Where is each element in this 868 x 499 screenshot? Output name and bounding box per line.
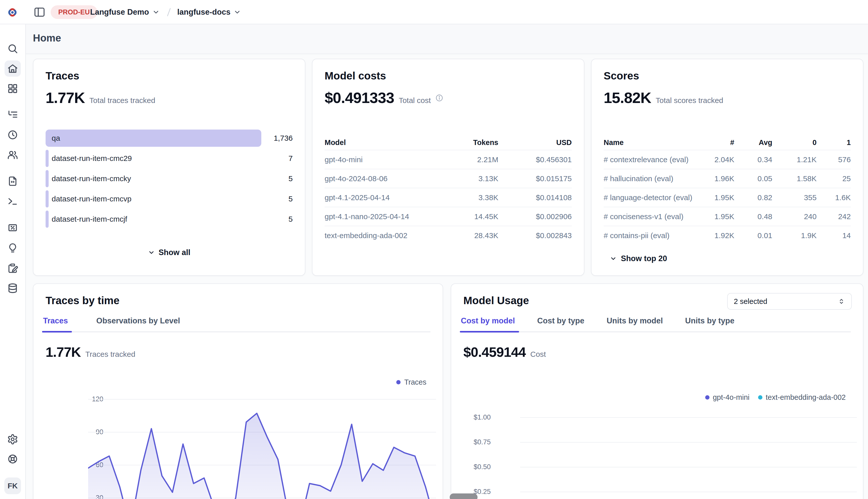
trace-list-item[interactable]: qa1,736 <box>46 130 293 147</box>
sidebar-item-home[interactable] <box>4 60 21 77</box>
table-cell: 1.95K <box>694 193 734 202</box>
trace-list-item[interactable]: dataset-run-item-cmcky5 <box>46 170 293 187</box>
model-costs-card: Model costs $0.491333 Total cost Model T… <box>312 59 584 276</box>
table-cell: 355 <box>772 193 817 202</box>
sidebar-toggle-icon[interactable] <box>33 6 46 18</box>
table-cell: 0.82 <box>734 193 772 202</box>
table-cell: # language-detector (eval) <box>604 193 694 202</box>
table-cell: # conciseness-v1 (eval) <box>604 212 694 221</box>
table-row: # language-detector (eval)1.95K0.823551.… <box>604 188 851 207</box>
langfuse-home-page: PROD-EU Langfuse Demo langfuse-docs <box>0 0 868 499</box>
table-cell: 25 <box>817 174 851 183</box>
user-avatar[interactable]: FK <box>4 477 21 494</box>
traces-by-time-tabs: Traces Observations by Level <box>43 316 430 332</box>
table-row: # hallucination (eval)1.96K0.051.58K25 <box>604 169 851 188</box>
table-cell: 1.21K <box>772 155 817 164</box>
legend-dot <box>705 395 710 400</box>
trace-name: dataset-run-item-cmcjf <box>52 215 127 223</box>
gridline <box>520 417 857 418</box>
model-usage-title: Model Usage <box>463 294 529 307</box>
list-tree-icon <box>7 109 18 120</box>
table-row: text-embedding-ada-00228.43K$0.002843 <box>325 226 572 245</box>
chevron-up-down-icon <box>837 297 845 306</box>
traces-card-title: Traces <box>46 70 79 82</box>
table-cell: gpt-4o-2024-08-06 <box>325 174 435 183</box>
sidebar-item-annotation[interactable] <box>4 260 21 276</box>
gridline <box>520 467 857 467</box>
trace-count-bar <box>46 130 261 147</box>
project-switcher[interactable]: langfuse-docs <box>177 0 241 24</box>
trace-list-item[interactable]: dataset-run-item-cmc297 <box>46 150 293 167</box>
horizontal-scrollbar-thumb[interactable] <box>450 494 477 499</box>
y-tick: $1.00 <box>474 413 491 421</box>
model-usage-tabs: Cost by model Cost by type Units by mode… <box>460 316 851 332</box>
table-row: # contains-pii (eval)1.92K0.011.9K14 <box>604 226 851 245</box>
trace-list-item[interactable]: dataset-run-item-cmcjf5 <box>46 210 293 228</box>
table-cell: gpt-4.1-2025-04-14 <box>325 193 435 202</box>
sidebar-nav: FK <box>0 24 26 499</box>
table-cell: 1.6K <box>817 193 851 202</box>
chevron-down-icon <box>148 249 155 256</box>
traces-by-time-card: Traces by time Traces Observations by Le… <box>33 283 443 499</box>
gridline <box>520 442 857 442</box>
sidebar-item-search[interactable] <box>4 40 21 57</box>
traces-chart-legend[interactable]: Traces <box>396 378 426 386</box>
traces-metric-value: 1.77K <box>46 89 85 107</box>
sidebar-item-datasets[interactable] <box>4 280 21 296</box>
database-icon <box>7 283 18 294</box>
tab-cost-by-type[interactable]: Cost by type <box>537 316 585 331</box>
legend-dot <box>758 395 762 400</box>
lightbulb-icon <box>7 242 18 254</box>
table-cell: $0.014108 <box>498 193 572 202</box>
traces-bar-list: qa1,736dataset-run-item-cmc297dataset-ru… <box>46 130 293 228</box>
sidebar-item-sessions[interactable] <box>4 127 21 143</box>
scores-label: Total scores tracked <box>656 96 723 105</box>
table-cell: $0.002906 <box>498 212 572 221</box>
table-cell: $0.456301 <box>498 155 572 164</box>
sidebar-item-playground[interactable] <box>4 193 21 209</box>
model-select-dropdown[interactable]: 2 selected <box>727 293 852 310</box>
model-select-value: 2 selected <box>734 297 767 306</box>
table-row: gpt-4o-2024-08-063.13K$0.015175 <box>325 169 572 188</box>
home-icon <box>7 63 18 74</box>
sidebar-item-support[interactable] <box>4 451 21 467</box>
sidebar-item-settings[interactable] <box>4 431 21 447</box>
legend-item-text-embedding-ada-002[interactable]: text-embedding-ada-002 <box>758 393 846 402</box>
show-all-button[interactable]: Show all <box>33 248 305 257</box>
sidebar-item-prompts[interactable] <box>4 173 21 189</box>
tab-units-by-type[interactable]: Units by type <box>685 316 735 331</box>
legend-label: Traces <box>404 378 426 386</box>
table-cell: 3.13K <box>435 174 498 183</box>
org-switcher[interactable]: Langfuse Demo <box>90 0 160 24</box>
tab-traces[interactable]: Traces <box>43 316 68 331</box>
table-cell: # hallucination (eval) <box>604 174 694 183</box>
model-costs-metric: $0.491333 Total cost <box>325 89 443 107</box>
show-top-20-button[interactable]: Show top 20 <box>610 254 667 263</box>
chevron-down-icon <box>610 255 617 262</box>
y-tick: $0.75 <box>474 438 491 446</box>
legend-item-gpt-4o-mini[interactable]: gpt-4o-mini <box>705 393 749 402</box>
trace-list-item[interactable]: dataset-run-item-cmcvp5 <box>46 190 293 207</box>
table-cell: 576 <box>817 155 851 164</box>
table-cell: 0.01 <box>734 231 772 240</box>
tab-units-by-model[interactable]: Units by model <box>606 316 663 331</box>
sidebar-item-users[interactable] <box>4 147 21 163</box>
sidebar-item-insights[interactable] <box>4 240 21 256</box>
trace-name: dataset-run-item-cmcky <box>52 174 131 183</box>
table-cell: 1.58K <box>772 174 817 183</box>
tab-observations-by-level[interactable]: Observations by Level <box>96 316 180 331</box>
model-costs-title: Model costs <box>325 70 386 82</box>
table-cell: $0.015175 <box>498 174 572 183</box>
y-tick: $0.50 <box>474 463 491 471</box>
table-cell: 242 <box>817 212 851 221</box>
sidebar-item-tracing[interactable] <box>4 106 21 122</box>
file-code-icon <box>7 175 18 187</box>
info-icon[interactable] <box>435 94 443 102</box>
table-cell: 2.21M <box>435 155 498 164</box>
sidebar-item-evaluation[interactable] <box>4 220 21 236</box>
sidebar-item-dashboards[interactable] <box>4 81 21 97</box>
page-header-band: Home <box>26 24 868 54</box>
page-title: Home <box>33 33 61 44</box>
tab-cost-by-model[interactable]: Cost by model <box>460 316 515 331</box>
model-costs-label: Total cost <box>399 96 431 105</box>
